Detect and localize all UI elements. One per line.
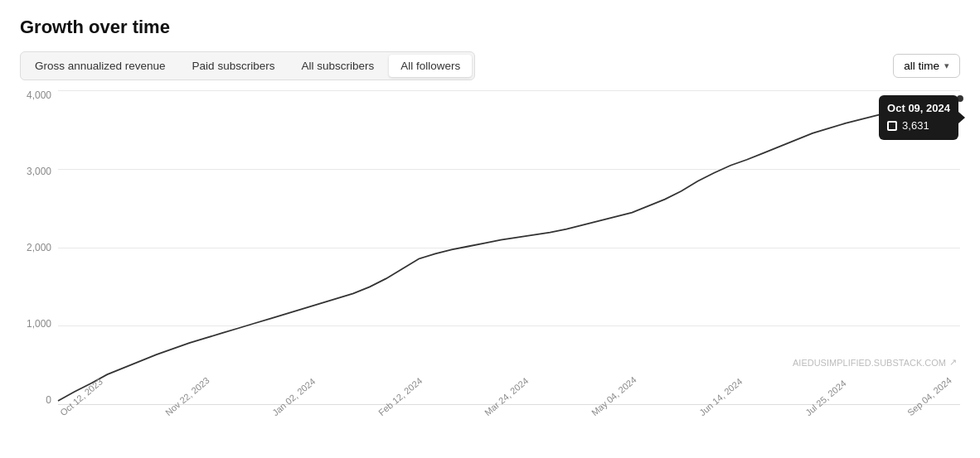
chart-plot: Oct 09, 2024 3,631 AIEDUSIMPLIFIED.SUBST…: [58, 90, 960, 405]
y-label-4: 4,000: [20, 90, 58, 100]
y-label-3: 3,000: [20, 166, 58, 176]
chart-controls: Gross annualized revenue Paid subscriber…: [20, 51, 960, 80]
y-axis: 0 1,000 2,000 3,000 4,000: [20, 90, 58, 405]
tab-group: Gross annualized revenue Paid subscriber…: [20, 51, 475, 80]
watermark: AIEDUSIMPLIFIED.SUBSTACK.COM ↗: [793, 357, 957, 368]
chevron-down-icon: ▾: [944, 60, 949, 71]
y-label-2: 2,000: [20, 243, 58, 253]
y-label-0: 0: [20, 395, 58, 405]
tab-all-subs[interactable]: All subscribers: [289, 55, 386, 77]
time-filter-label: all time: [904, 60, 939, 72]
tab-paid[interactable]: Paid subscribers: [181, 55, 287, 77]
watermark-text: AIEDUSIMPLIFIED.SUBSTACK.COM: [793, 358, 946, 368]
chart-area: 0 1,000 2,000 3,000 4,000 Oct 09, 2024 3…: [20, 90, 960, 438]
external-link-icon: ↗: [949, 357, 957, 368]
time-filter-dropdown[interactable]: all time ▾: [893, 54, 960, 78]
tab-followers[interactable]: All followers: [389, 55, 472, 77]
page-title: Growth over time: [20, 17, 960, 38]
chart-line: [58, 99, 960, 401]
chart-endpoint: [957, 95, 963, 102]
x-axis: Oct 12, 2023 Nov 22, 2023 Jan 02, 2024 F…: [58, 405, 960, 438]
tab-gross[interactable]: Gross annualized revenue: [23, 55, 177, 77]
y-label-1: 1,000: [20, 319, 58, 329]
